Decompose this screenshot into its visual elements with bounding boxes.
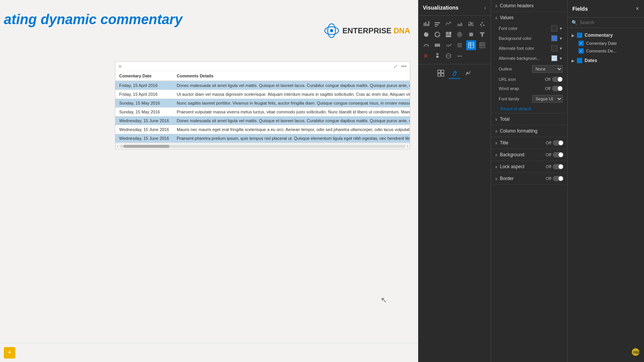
card-icon[interactable]: [432, 40, 442, 50]
url-icon-label: URL icon: [499, 77, 516, 82]
table-cell-details: Mauris nec mauris eget erat fringilla sc…: [173, 125, 410, 134]
alt-font-color-arrow[interactable]: ▼: [559, 46, 563, 51]
treemap-icon[interactable]: [444, 29, 453, 39]
viz-panel-arrow[interactable]: ›: [484, 5, 486, 11]
format-tab-button[interactable]: [449, 67, 460, 79]
pie-chart-icon[interactable]: [421, 29, 431, 39]
logo-icon: [324, 23, 339, 38]
border-toggle-switch[interactable]: [553, 176, 564, 181]
scatter-chart-icon[interactable]: [477, 19, 487, 29]
background-state: Off: [546, 152, 551, 157]
scroll-right-arrow[interactable]: ›: [407, 144, 408, 148]
area-chart-icon[interactable]: [455, 19, 465, 29]
lock-aspect-chevron: ∧: [495, 165, 498, 169]
filled-map-icon[interactable]: [466, 29, 476, 39]
lock-aspect-toggle-switch[interactable]: [553, 164, 564, 169]
combo-chart-icon[interactable]: [466, 19, 476, 29]
fields-group-dates-header[interactable]: ▶ Dates: [568, 56, 644, 65]
revert-button[interactable]: Revert to default: [496, 104, 536, 113]
globe-visual-icon[interactable]: [444, 51, 453, 61]
alt-bg-color-arrow[interactable]: ▼: [559, 56, 563, 61]
svg-marker-26: [480, 32, 485, 37]
table-cell-date: Friday, 15 April 2016: [115, 81, 173, 90]
column-headers-header[interactable]: ∧ Column headers: [491, 0, 567, 11]
fields-search-area: 🔍: [568, 18, 644, 28]
fields-search-input[interactable]: [580, 20, 640, 25]
outline-dropdown[interactable]: None Box Grid: [532, 65, 563, 73]
svg-point-16: [483, 25, 485, 26]
word-wrap-row: Word wrap Off: [491, 84, 567, 93]
column-chart-icon[interactable]: [432, 19, 442, 29]
border-toggle[interactable]: Off: [546, 176, 564, 181]
funnel-icon[interactable]: [477, 29, 487, 39]
drag-handle-icon[interactable]: ≡: [118, 63, 122, 69]
gauge-icon[interactable]: [421, 40, 431, 50]
border-header[interactable]: ∨ Border Off: [491, 173, 567, 184]
title-toggle[interactable]: Off: [546, 140, 564, 146]
word-wrap-toggle-switch[interactable]: [552, 86, 563, 91]
more-visuals-icon[interactable]: •••: [455, 51, 465, 61]
scroll-track[interactable]: [120, 145, 405, 148]
column-headers-section: ∧ Column headers: [491, 0, 567, 12]
add-page-button[interactable]: +: [4, 347, 15, 359]
alt-bg-color-label: Alternate backgroun...: [499, 56, 540, 61]
title-header[interactable]: ∧ Title Off: [491, 137, 567, 149]
border-state: Off: [546, 176, 551, 181]
kpi-icon[interactable]: K: [444, 40, 453, 50]
slicer-icon[interactable]: [455, 40, 465, 50]
lock-aspect-header[interactable]: ∧ Lock aspect Off: [491, 161, 567, 172]
analytics-tab-button[interactable]: [463, 67, 474, 79]
table-cell-date: Sunday, 15 May 2016: [115, 99, 173, 108]
title-toggle-switch[interactable]: [553, 140, 564, 146]
background-toggle[interactable]: Off: [546, 152, 564, 157]
background-toggle-switch[interactable]: [553, 152, 564, 157]
more-options-icon[interactable]: •••: [401, 63, 407, 69]
svg-rect-7: [435, 22, 440, 23]
bar-chart-icon[interactable]: [421, 19, 431, 29]
table-cell-date: Wednesday, 15 June 2016: [115, 125, 173, 134]
background-header[interactable]: ∧ Background Off: [491, 149, 567, 161]
col-formatting-header[interactable]: ∧ Column formatting: [491, 125, 567, 137]
lock-aspect-toggle[interactable]: Off: [546, 164, 564, 169]
table-scroll[interactable]: Comentary Date Comments Details Friday, …: [115, 71, 410, 143]
fields-group-commentary-header[interactable]: ▶ Commentary: [568, 31, 644, 39]
expand-icon[interactable]: ⤢: [393, 63, 398, 69]
bg-color-swatch[interactable]: [551, 35, 557, 41]
svg-line-49: [454, 72, 456, 73]
font-color-dropdown-arrow[interactable]: ▼: [559, 26, 563, 31]
python-visual-icon[interactable]: [432, 51, 442, 61]
scroll-thumb[interactable]: [123, 145, 169, 148]
scroll-left-arrow[interactable]: ‹: [117, 144, 118, 148]
bg-color-value: ▼: [551, 35, 563, 41]
bg-color-dropdown-arrow[interactable]: ▼: [559, 36, 563, 41]
build-tab-button[interactable]: [435, 67, 447, 79]
table-cell-details: Ut auctor diam vel massa dignissim scele…: [173, 90, 410, 99]
donut-chart-icon[interactable]: [432, 29, 442, 39]
word-wrap-state: Off: [545, 86, 550, 91]
comentary-date-checkbox[interactable]: ✓: [578, 41, 584, 46]
canvas-area: ating dynamic commentary ENTERPRISE DNA …: [0, 0, 418, 362]
url-icon-toggle-switch[interactable]: [552, 77, 563, 82]
total-header[interactable]: ∨ Total: [491, 113, 567, 125]
scroll-bar[interactable]: ‹ ›: [115, 143, 410, 149]
url-icon-toggle[interactable]: Off: [545, 77, 563, 82]
comments-de-checkbox[interactable]: ✓: [578, 48, 584, 54]
svg-rect-46: [441, 70, 444, 73]
matrix-icon[interactable]: [477, 40, 487, 50]
word-wrap-toggle[interactable]: Off: [545, 86, 563, 91]
table-row: Friday, 15 April 2016 Donec malesuada si…: [115, 81, 410, 90]
power-bi-icon: PBI: [631, 347, 640, 357]
url-icon-state: Off: [545, 77, 550, 82]
alt-font-color-swatch[interactable]: [551, 45, 557, 51]
font-color-swatch[interactable]: [551, 25, 557, 31]
fields-close-button[interactable]: +: [633, 4, 642, 13]
table-cell-details: Donec malesuada sit amet ligula vel matt…: [173, 81, 410, 90]
values-header[interactable]: ∧ Values: [491, 12, 567, 23]
table-viz-icon[interactable]: [466, 40, 476, 50]
alt-bg-color-swatch[interactable]: [551, 55, 557, 61]
line-chart-icon[interactable]: [444, 19, 453, 29]
font-family-dropdown[interactable]: Segoe UI Arial Calibri: [532, 95, 563, 103]
r-visual-icon[interactable]: R: [421, 51, 431, 61]
map-icon[interactable]: [455, 29, 465, 39]
dates-group-name: Dates: [585, 58, 597, 63]
